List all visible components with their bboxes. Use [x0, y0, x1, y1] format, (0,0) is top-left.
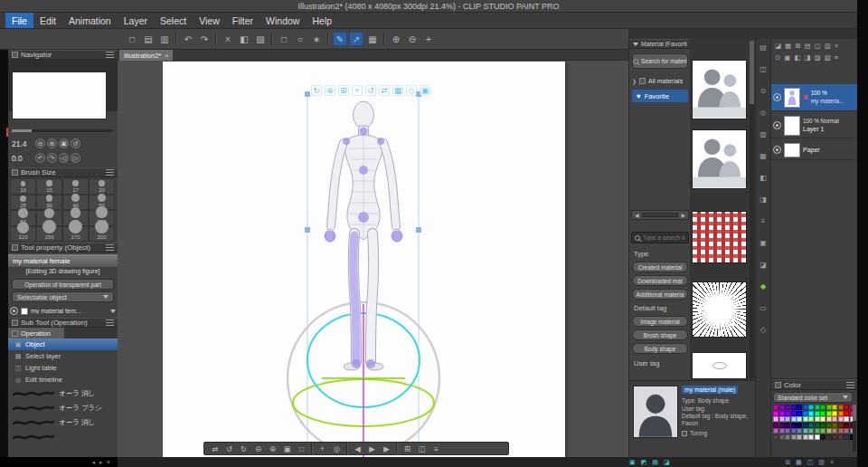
color-swatch[interactable] — [815, 416, 820, 422]
color-swatch[interactable] — [838, 411, 844, 416]
cloud-icon[interactable]: ◩ — [641, 459, 647, 466]
color-swatch[interactable] — [808, 434, 814, 440]
color-swatch[interactable] — [803, 416, 808, 422]
snap-ruler-icon[interactable]: ✎ — [333, 32, 347, 46]
camera-pan-icon[interactable]: ⊕ — [325, 85, 335, 96]
material-thumbnail-body-1[interactable] — [692, 60, 747, 119]
new-layer-icon[interactable]: ▦ — [785, 42, 791, 50]
color-swatch[interactable] — [773, 428, 778, 434]
color-swatch[interactable] — [820, 423, 826, 428]
panel-toggle-icon[interactable]: ◫ — [415, 444, 429, 453]
open-icon[interactable]: ▤ — [141, 32, 156, 46]
rotate-canvas-icon[interactable]: ◎ — [330, 444, 344, 453]
menu-item[interactable]: Select — [154, 13, 193, 28]
menu-item[interactable]: Layer — [118, 13, 154, 28]
color-swatch[interactable] — [797, 416, 802, 422]
layer-visibility-icon[interactable] — [773, 146, 781, 154]
menu-item[interactable]: Window — [259, 13, 306, 28]
pose-icon[interactable]: ◇ — [406, 85, 417, 96]
color-swatch[interactable] — [838, 416, 844, 422]
clear-icon[interactable]: × — [221, 32, 235, 46]
ground-move-icon[interactable]: ▦ — [392, 85, 403, 96]
layer-property-icon[interactable]: ◪ — [758, 260, 769, 270]
tool-property-menu-icon[interactable] — [106, 244, 114, 251]
menu-item[interactable]: Help — [306, 13, 338, 28]
color-swatch[interactable] — [808, 405, 814, 410]
color-swatch[interactable] — [832, 428, 837, 434]
rotate-view-right-icon[interactable]: ↻ — [237, 444, 250, 453]
navigator-thumbnail[interactable] — [12, 71, 107, 119]
zoom-slider[interactable] — [12, 129, 113, 132]
type-filter-button[interactable]: Downloaded mat — [632, 275, 688, 286]
color-set-dropdown[interactable]: Standard color set — [773, 392, 853, 403]
color-swatch[interactable] — [826, 423, 832, 428]
color-swatch[interactable] — [797, 405, 802, 410]
collapse-left-icon[interactable]: ◂ — [92, 459, 95, 466]
type-filter-button[interactable]: Additional materia — [632, 289, 688, 300]
color-swatch[interactable] — [779, 428, 785, 434]
color-swatch[interactable] — [826, 405, 832, 410]
select-lasso-icon[interactable]: ○ — [293, 32, 307, 46]
hand-tool-icon[interactable]: + — [421, 32, 436, 46]
color-swatch[interactable] — [844, 423, 849, 428]
color-swatch[interactable] — [803, 405, 808, 410]
color-swatch[interactable] — [815, 405, 820, 410]
sub-tool-item[interactable]: ◫ Light table — [8, 362, 118, 374]
zoom-out-icon[interactable]: ⊖ — [405, 32, 420, 46]
reset-rotation-icon[interactable]: ▷ — [71, 153, 80, 163]
grid-toggle-icon[interactable]: ⊞ — [401, 444, 414, 453]
brush-item[interactable]: オーラ ブラシ — [8, 401, 118, 415]
color-swatch[interactable] — [791, 434, 797, 440]
color-swatch[interactable] — [808, 428, 814, 434]
brush-size-item[interactable]: 20 — [89, 178, 115, 195]
color-swatch[interactable] — [838, 405, 844, 410]
clip-icon[interactable]: ◨ — [804, 53, 810, 62]
color-swatch[interactable] — [832, 423, 837, 428]
layers-status-icon[interactable]: ▦ — [796, 459, 802, 466]
expand-left-icon[interactable]: ▸ — [99, 459, 102, 466]
target-layer-row[interactable]: my material fem... — [10, 305, 116, 317]
menu-item[interactable]: Edit — [33, 13, 62, 28]
brush-size-item[interactable]: 120 — [10, 226, 36, 243]
color-swatch[interactable] — [785, 428, 790, 434]
first-frame-icon[interactable]: ◀ — [351, 444, 364, 453]
layer-row[interactable]: Paper — [771, 140, 858, 160]
color-swatch[interactable] — [832, 411, 837, 416]
layer-visibility-icon[interactable] — [773, 121, 781, 129]
dock-menu-icon[interactable]: ≡ — [107, 459, 110, 465]
color-swatch[interactable] — [779, 405, 785, 410]
color-swatch[interactable] — [820, 428, 826, 434]
drawing-canvas[interactable] — [163, 62, 565, 457]
color-swatch[interactable] — [832, 416, 837, 422]
color-swatch[interactable] — [803, 411, 808, 416]
color-swatch[interactable] — [803, 423, 808, 428]
delete-layer-icon[interactable]: × — [835, 42, 838, 50]
layer-menu-icon[interactable]: ≡ — [835, 53, 838, 62]
layer-panel-icon[interactable]: ▣ — [758, 238, 769, 248]
selectable-object-dropdown[interactable]: Selectable object — [12, 291, 114, 302]
color-swatch[interactable] — [844, 405, 849, 410]
color-swatch[interactable] — [815, 423, 820, 428]
grab-move-icon[interactable]: + — [316, 444, 329, 453]
brush-size-panel-icon[interactable]: ⊙ — [758, 86, 769, 96]
split-status-icon[interactable]: ◫ — [807, 459, 814, 466]
menu-item[interactable]: File — [5, 13, 33, 28]
material-green-icon[interactable]: ◆ — [758, 281, 769, 291]
color-swatch[interactable] — [826, 428, 832, 434]
color-swatch[interactable] — [791, 423, 797, 428]
status-menu-icon[interactable]: ≡ — [830, 459, 834, 466]
color-history-icon[interactable]: ≡ — [758, 216, 769, 226]
color-swatch[interactable] — [832, 434, 837, 440]
color-swatch[interactable] — [785, 434, 790, 440]
color-swatch[interactable] — [785, 405, 790, 410]
approximate-color-icon[interactable]: ◨ — [758, 195, 769, 205]
color-set-icon[interactable]: ▦ — [758, 151, 769, 161]
layer-visibility-icon[interactable] — [773, 93, 781, 101]
model-icon[interactable]: ▣ — [420, 85, 430, 96]
quick-access-icon[interactable]: ▤ — [758, 43, 769, 52]
color-swatch[interactable] — [808, 416, 814, 422]
color-swatch[interactable] — [844, 416, 849, 422]
color-swatch[interactable] — [779, 416, 785, 422]
mask-icon[interactable]: ▥ — [825, 42, 831, 50]
brush-size-menu-icon[interactable] — [106, 169, 114, 176]
